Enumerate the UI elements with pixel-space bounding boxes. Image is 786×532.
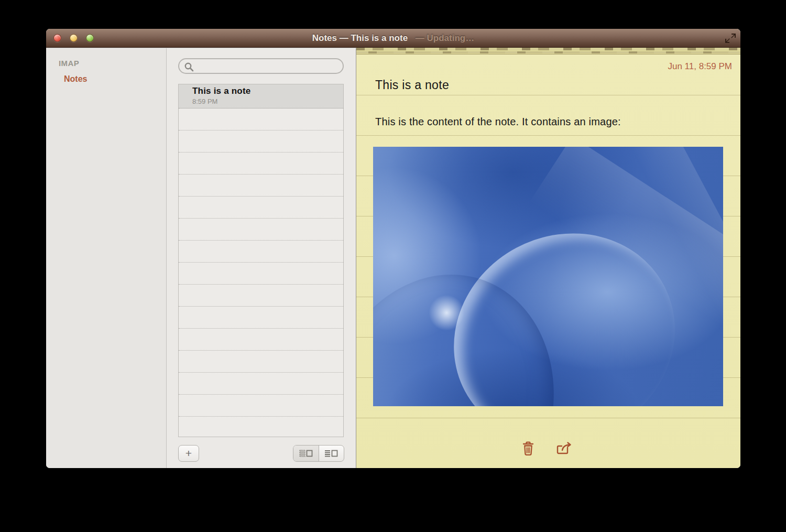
note-body[interactable]: This is the content of the note. It cont… <box>375 116 621 128</box>
thumbnail-list-view-icon <box>299 449 313 458</box>
fullscreen-button[interactable] <box>725 32 736 44</box>
list-row <box>179 175 343 197</box>
list-row <box>179 285 343 307</box>
list-view-button[interactable] <box>319 446 344 461</box>
search-icon <box>184 62 194 72</box>
torn-paper-edge <box>356 48 740 55</box>
search-field[interactable] <box>178 58 344 74</box>
list-row <box>179 329 343 351</box>
delete-note-button[interactable] <box>521 441 536 458</box>
accounts-sidebar: IMAP Notes <box>46 48 167 468</box>
trash-icon <box>521 441 535 457</box>
search-input[interactable] <box>196 60 341 72</box>
list-row <box>179 197 343 219</box>
note-item-time: 8:59 PM <box>192 97 343 105</box>
list-row <box>179 373 343 395</box>
note-item-title: This is a note <box>192 86 343 96</box>
list-row <box>179 395 343 417</box>
window-title: Notes — This is a note — Updating… <box>46 33 740 44</box>
list-row <box>179 108 343 131</box>
view-toggle-group <box>293 445 344 462</box>
list-row <box>179 307 343 329</box>
add-note-button[interactable]: + <box>178 445 199 462</box>
empty-list-rows <box>179 108 343 437</box>
list-view-icon <box>324 449 338 458</box>
notes-window: Notes — This is a note — Updating… IMAP … <box>46 29 740 468</box>
list-row <box>179 263 343 285</box>
list-row <box>179 219 343 241</box>
notes-list: This is a note 8:59 PM <box>178 84 344 437</box>
list-row <box>179 417 343 437</box>
window-title-text: Notes — This is a note <box>312 33 408 43</box>
sidebar-section-imap: IMAP <box>59 59 79 68</box>
list-row <box>179 241 343 263</box>
thumbnail-list-view-button[interactable] <box>293 446 319 461</box>
note-editor-pane: Jun 11, 8:59 PM This is a note This is t… <box>356 48 740 468</box>
notes-list-panel: This is a note 8:59 PM + <box>167 48 356 468</box>
note-title[interactable]: This is a note <box>375 78 449 92</box>
title-bar[interactable]: Notes — This is a note — Updating… <box>46 29 740 48</box>
note-list-item-selected[interactable]: This is a note 8:59 PM <box>179 84 343 108</box>
list-row <box>179 153 343 175</box>
window-status-text: — Updating… <box>416 33 474 43</box>
note-attached-image[interactable] <box>373 147 723 406</box>
list-row <box>179 131 343 153</box>
list-row <box>179 351 343 373</box>
sidebar-item-notes[interactable]: Notes <box>64 74 87 84</box>
fullscreen-arrows-icon <box>725 32 736 44</box>
share-icon <box>556 441 574 457</box>
share-note-button[interactable] <box>555 441 574 458</box>
note-date: Jun 11, 8:59 PM <box>668 61 732 72</box>
